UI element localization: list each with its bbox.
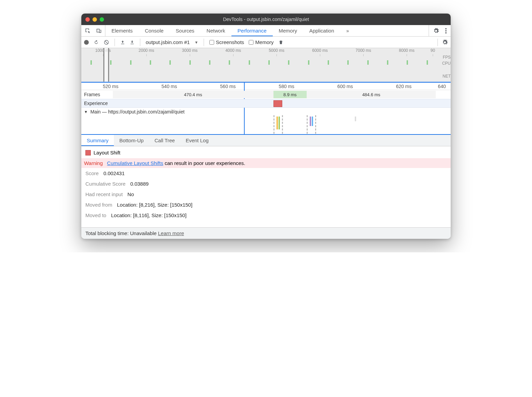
minimize-window-button[interactable] [93, 17, 97, 22]
overview-tick: 3000 ms [168, 48, 211, 54]
summary-row: Moved toLocation: [8,116], Size: [150x15… [85, 210, 447, 221]
recording-dropdown-icon[interactable]: ▼ [195, 40, 198, 44]
tab-sources[interactable]: Sources [170, 25, 201, 36]
footer-bar: Total blocking time: Unavailable Learn m… [81, 227, 451, 239]
task-bar[interactable] [312, 117, 313, 126]
dtab-event-log[interactable]: Event Log [180, 135, 214, 146]
screenshots-checkbox[interactable]: Screenshots [209, 39, 244, 45]
summary-row: Score0.002431 [85, 168, 447, 179]
overview-tick: 5000 ms [255, 48, 298, 54]
frame-boundary [315, 115, 316, 134]
detail-tick: 580 ms [257, 84, 316, 89]
kebab-menu-icon[interactable] [445, 28, 447, 34]
cls-link[interactable]: Cumulative Layout Shifts [107, 160, 163, 166]
frame-boundary [282, 115, 283, 134]
main-thread-row: ▼ Main — https://output.jsbin.com/zajami… [81, 108, 451, 135]
experience-label: Experience [81, 101, 112, 106]
save-profile-icon[interactable] [130, 40, 135, 45]
overview-tick: 6000 ms [298, 48, 342, 54]
details-drawer-tabs: Summary Bottom-Up Call Tree Event Log [81, 135, 451, 146]
summary-value: Location: [8,216], Size: [150x150] [117, 202, 192, 208]
summary-key: Moved to [85, 212, 106, 218]
summary-row: Had recent inputNo [85, 189, 447, 200]
tab-performance[interactable]: Performance [231, 25, 273, 36]
learn-more-link[interactable]: Learn more [158, 230, 184, 236]
tab-network[interactable]: Network [201, 25, 231, 36]
memory-checkbox-input[interactable] [249, 40, 253, 45]
summary-panel: Layout Shift Warning Cumulative Layout S… [81, 146, 451, 221]
summary-value: Location: [8,116], Size: [150x150] [111, 212, 187, 218]
task-bar[interactable] [355, 117, 356, 121]
settings-gear-icon[interactable] [433, 28, 439, 34]
expand-main-icon[interactable]: ▼ [84, 110, 88, 114]
reload-icon[interactable] [94, 40, 99, 45]
more-panels-button[interactable]: » [340, 25, 355, 36]
frame-boundary [273, 115, 274, 134]
window-title: DevTools - output.jsbin.com/zajamil/quie… [81, 17, 451, 22]
tbt-text: Total blocking time: Unavailable [85, 230, 158, 236]
summary-value: 0.002431 [103, 170, 125, 176]
overview-timeline[interactable]: 1000 ms 2000 ms 3000 ms 4000 ms 5000 ms … [81, 48, 451, 82]
summary-key: Cumulative Score [85, 181, 125, 187]
detail-tick: 600 ms [316, 84, 374, 89]
flame-chart[interactable]: 520 ms 540 ms 560 ms 580 ms 600 ms 620 m… [81, 82, 451, 135]
clear-icon[interactable] [104, 40, 109, 45]
recording-name[interactable]: output.jsbin.com #1 [146, 39, 190, 45]
record-button[interactable] [84, 40, 89, 45]
summary-value: 0.03889 [130, 181, 148, 187]
frame-boundary [307, 115, 308, 134]
frame-segment[interactable]: 470.4 ms [113, 91, 273, 98]
memory-label: Memory [255, 39, 273, 45]
frame-segment[interactable]: 8.9 ms [273, 91, 307, 98]
tab-application[interactable]: Application [303, 25, 340, 36]
task-bar[interactable] [279, 117, 280, 129]
overview-selection-handle[interactable] [103, 48, 109, 82]
overview-tick: 7000 ms [342, 48, 385, 54]
warning-rest: can result in poor user experiences. [163, 160, 245, 166]
experience-row: Experience [81, 99, 451, 108]
dtab-call-tree[interactable]: Call Tree [149, 135, 180, 146]
overview-tick: 1000 ms [81, 48, 125, 54]
svg-line-4 [105, 41, 108, 44]
panel-tabs: Elements Console Sources Network Perform… [81, 25, 451, 37]
titlebar: DevTools - output.jsbin.com/zajamil/quie… [81, 14, 451, 25]
tab-icons-left [81, 25, 105, 36]
inspect-icon[interactable] [85, 28, 91, 34]
overview-fps-bars [81, 57, 437, 67]
zoom-window-button[interactable] [100, 17, 104, 22]
summary-row: Moved fromLocation: [8,216], Size: [150x… [85, 200, 447, 210]
close-window-button[interactable] [85, 17, 90, 22]
detail-tick: 560 ms [199, 84, 257, 89]
task-bar[interactable] [310, 117, 311, 126]
frame-segment[interactable]: 484.6 ms [307, 91, 436, 98]
overview-tick: 8000 ms [385, 48, 428, 54]
tab-console[interactable]: Console [139, 25, 170, 36]
traffic-lights [85, 17, 104, 22]
capture-settings-gear-icon[interactable] [442, 39, 448, 45]
main-thread-label: Main — https://output.jsbin.com/zajamil/… [90, 109, 185, 114]
layout-shift-event[interactable] [273, 100, 282, 107]
frames-row: Frames 470.4 ms 8.9 ms 484.6 ms [81, 90, 451, 99]
tab-elements[interactable]: Elements [105, 25, 139, 36]
gc-trash-icon[interactable] [279, 40, 283, 45]
summary-key: Score [85, 170, 99, 176]
memory-checkbox[interactable]: Memory [249, 39, 273, 45]
svg-point-0 [445, 28, 447, 29]
summary-key: Moved from [85, 202, 112, 208]
load-profile-icon[interactable] [120, 40, 125, 45]
screenshots-checkbox-input[interactable] [209, 40, 214, 45]
tab-memory[interactable]: Memory [273, 25, 303, 36]
detail-tick: 540 ms [140, 84, 199, 89]
task-bar[interactable] [277, 117, 278, 129]
overview-cpu-label: CPU [437, 60, 451, 66]
overview-tick: 4000 ms [211, 48, 255, 54]
summary-value: No [127, 191, 134, 197]
devtools-window: DevTools - output.jsbin.com/zajamil/quie… [81, 14, 451, 239]
device-toolbar-icon[interactable] [96, 28, 102, 34]
overview-tick: 90 [428, 48, 437, 54]
dtab-bottom-up[interactable]: Bottom-Up [114, 135, 149, 146]
summary-row: Cumulative Score0.03889 [85, 179, 447, 189]
dtab-summary[interactable]: Summary [81, 135, 114, 146]
detail-ruler: 520 ms 540 ms 560 ms 580 ms 600 ms 620 m… [81, 83, 451, 90]
overview-fps-label: FPS [437, 54, 451, 60]
